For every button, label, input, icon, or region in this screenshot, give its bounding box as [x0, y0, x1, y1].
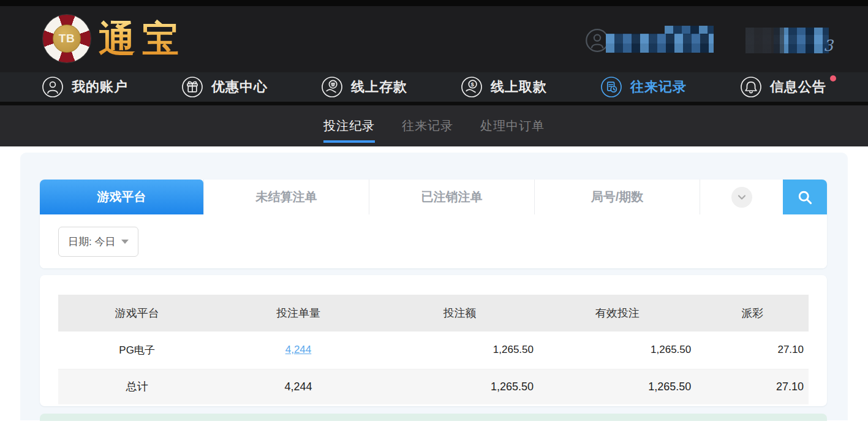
- table-row: PG电子 4,244 1,265.50 1,265.50 27.10: [58, 331, 809, 369]
- chevron-circle: [731, 187, 752, 208]
- cell-platform: PG电子: [58, 331, 216, 369]
- summary-table-card: 游戏平台 投注单量 投注额 有效投注 派彩 PG电子 4,244 1,265.5…: [40, 275, 827, 406]
- chevron-down-icon: [736, 191, 748, 203]
- withdraw-icon: $: [461, 76, 483, 98]
- total-bet-amount: 1,265.50: [381, 369, 538, 404]
- nav-item-records[interactable]: 往来记录: [600, 76, 687, 98]
- svg-text:$: $: [470, 81, 474, 88]
- cell-bet-amount: 1,265.50: [381, 331, 538, 369]
- col-header-bet-count: 投注单量: [216, 295, 381, 331]
- nav-label: 我的账户: [72, 78, 128, 96]
- nav-label: 往来记录: [630, 78, 687, 96]
- subtab-transaction-records[interactable]: 往来记录: [402, 105, 453, 146]
- page-body: 游戏平台 未结算注单 已注销注单 局号/期数 日期: 今日: [0, 146, 868, 420]
- deposit-icon: [321, 76, 343, 98]
- total-payout: 27.10: [696, 369, 809, 404]
- cell-bet-count: 4,244: [216, 331, 381, 369]
- nav-item-deposit[interactable]: 线上存款: [321, 76, 407, 98]
- user-icon: [42, 76, 64, 98]
- filter-tab-row: 游戏平台 未结算注单 已注销注单 局号/期数: [40, 180, 827, 214]
- poker-chip-icon: TB: [43, 15, 91, 62]
- nav-item-my-account[interactable]: 我的账户: [42, 76, 128, 98]
- content-container: 游戏平台 未结算注单 已注销注单 局号/期数 日期: 今日: [20, 153, 848, 420]
- brand-logo[interactable]: TB 通宝: [43, 15, 186, 62]
- brand-name: 通宝: [99, 15, 186, 62]
- screen: TB 通宝 3 我的账户: [0, 0, 868, 424]
- triangle-down-icon: [121, 240, 129, 244]
- cell-payout: 27.10: [696, 331, 809, 369]
- gift-icon: [181, 76, 203, 98]
- redacted-username-ext: [665, 26, 714, 34]
- filter-card: 游戏平台 未结算注单 已注销注单 局号/期数 日期: 今日: [40, 180, 827, 268]
- date-filter-label: 日期: 今日: [68, 235, 115, 249]
- nav-label: 优惠中心: [211, 78, 268, 96]
- total-bet-count: 4,244: [216, 369, 381, 404]
- total-label: 总计: [58, 369, 216, 404]
- top-strip: [0, 0, 868, 6]
- date-filter-dropdown[interactable]: 日期: 今日: [58, 227, 138, 257]
- main-nav: 我的账户 优惠中心 线上存款 $ 线上取款 往来记录: [0, 72, 868, 105]
- balance-suffix: 3: [823, 37, 833, 55]
- col-header-bet-amount: 投注额: [381, 295, 538, 331]
- table-total-row: 总计 4,244 1,265.50 1,265.50 27.10: [58, 369, 809, 404]
- chip-label: TB: [59, 32, 75, 45]
- col-header-valid-bet: 有效投注: [538, 295, 696, 331]
- subtab-betting-records[interactable]: 投注纪录: [323, 105, 375, 146]
- search-icon: [796, 189, 813, 206]
- sub-nav: 投注纪录 往来记录 处理中订单: [0, 105, 868, 146]
- date-filter-row: 日期: 今日: [40, 214, 827, 268]
- more-tabs-dropdown[interactable]: [700, 180, 783, 214]
- bet-count-link[interactable]: 4,244: [285, 344, 312, 355]
- redacted-balance-shade: [745, 28, 829, 53]
- user-area: 3: [585, 25, 829, 56]
- records-icon: [600, 76, 622, 98]
- col-header-platform: 游戏平台: [58, 295, 216, 331]
- redacted-username: [606, 34, 714, 53]
- table-header-row: 游戏平台 投注单量 投注额 有效投注 派彩: [58, 295, 809, 331]
- bell-icon: [740, 76, 762, 98]
- header: TB 通宝 3: [0, 6, 868, 72]
- subtab-processing-orders[interactable]: 处理中订单: [480, 105, 545, 146]
- nav-label: 线上存款: [351, 78, 407, 96]
- ftab-round-number[interactable]: 局号/期数: [534, 180, 700, 214]
- cell-valid-bet: 1,265.50: [538, 331, 696, 369]
- nav-item-withdraw[interactable]: $ 线上取款: [461, 76, 547, 98]
- col-header-payout: 派彩: [696, 295, 809, 331]
- nav-item-announcements[interactable]: 信息公告: [740, 76, 826, 98]
- ftab-unsettled-bets[interactable]: 未结算注单: [203, 180, 369, 214]
- ftab-game-platform[interactable]: 游戏平台: [40, 180, 203, 214]
- ftab-cancelled-bets[interactable]: 已注销注单: [369, 180, 534, 214]
- nav-item-promotions[interactable]: 优惠中心: [181, 76, 268, 98]
- total-valid-bet: 1,265.50: [538, 369, 696, 404]
- nav-label: 线上取款: [491, 78, 547, 96]
- search-button[interactable]: [783, 180, 827, 214]
- nav-label: 信息公告: [770, 78, 826, 96]
- next-panel-edge: [40, 414, 827, 421]
- notification-dot: [830, 75, 836, 81]
- redacted-balance: 3: [745, 28, 829, 53]
- bets-summary-table: 游戏平台 投注单量 投注额 有效投注 派彩 PG电子 4,244 1,265.5…: [58, 295, 809, 404]
